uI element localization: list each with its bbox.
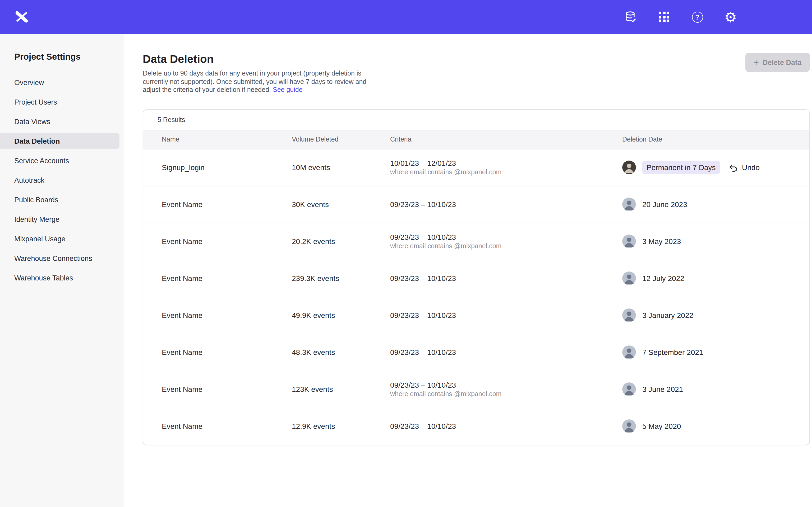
row-deletion-date: 3 June 2021 (622, 382, 809, 396)
row-volume-deleted: 49.9K events (292, 311, 390, 320)
row-name: Event Name (162, 274, 292, 283)
row-name: Event Name (162, 311, 292, 320)
row-deletion-date: 3 May 2023 (622, 234, 809, 248)
row-volume-deleted: 12.9K events (292, 422, 390, 431)
criteria-date-range: 09/23/23 – 10/10/23 (390, 381, 622, 389)
row-criteria: 09/23/23 – 10/10/23 (390, 311, 622, 320)
see-guide-link[interactable]: See guide (273, 86, 303, 94)
table-row: Event Name 239.3K events 09/23/23 – 10/1… (143, 260, 809, 296)
main-header: Data Deletion Delete up to 90 days data … (143, 53, 810, 94)
deletion-date-text: 7 September 2021 (642, 348, 703, 356)
row-deletion-date: 7 September 2021 (622, 345, 809, 359)
row-deletion-date: Permanent in 7 Days Undo (622, 161, 809, 174)
row-name: Event Name (162, 422, 292, 431)
undo-icon (728, 163, 737, 172)
deletion-date-text: 5 May 2020 (642, 422, 681, 431)
row-deletion-date: 3 January 2022 (622, 308, 809, 322)
criteria-filter: where email contains @mixpanel.com (390, 390, 622, 398)
table-row: Signup_login 10M events 10/01/23 – 12/01… (143, 149, 809, 186)
sidebar-item-overview[interactable]: Overview (0, 74, 119, 90)
criteria-filter: where email contains @mixpanel.com (390, 242, 622, 250)
table-row: Event Name 12.9K events 09/23/23 – 10/10… (143, 407, 809, 444)
criteria-date-range: 10/01/23 – 12/01/23 (390, 159, 622, 167)
sidebar-item-data-deletion[interactable]: Data Deletion (0, 133, 119, 149)
deletion-date-text: 3 June 2021 (642, 385, 683, 393)
sidebar-item-label: Data Views (14, 117, 50, 125)
sidebar-item-label: Data Deletion (14, 137, 60, 145)
sidebar-item-autotrack[interactable]: Autotrack (0, 172, 119, 188)
criteria-date-range: 09/23/23 – 10/10/23 (390, 311, 622, 320)
row-volume-deleted: 123K events (292, 385, 390, 393)
apps-grid-glyph (659, 12, 669, 22)
page-description-text: Delete up to 90 days data for any event … (143, 70, 366, 94)
table-row: Event Name 123K events 09/23/23 – 10/10/… (143, 371, 809, 407)
sidebar-item-identity-merge[interactable]: Identity Merge (0, 211, 119, 227)
row-criteria: 10/01/23 – 12/01/23 where email contains… (390, 159, 622, 176)
row-criteria: 09/23/23 – 10/10/23 where email contains… (390, 233, 622, 250)
sidebar-item-public-boards[interactable]: Public Boards (0, 192, 119, 208)
row-name: Event Name (162, 385, 292, 393)
row-volume-deleted: 20.2K events (292, 237, 390, 245)
avatar (622, 382, 636, 396)
mixpanel-logo-icon[interactable] (15, 10, 29, 24)
help-icon[interactable]: ? (691, 10, 704, 24)
deletion-date-text: Permanent in 7 Days (642, 161, 720, 174)
sidebar-item-mixpanel-usage[interactable]: Mixpanel Usage (0, 231, 119, 247)
sidebar-item-service-accounts[interactable]: Service Accounts (0, 153, 119, 168)
table-header-row: NameVolume DeletedCriteriaDeletion Date (143, 130, 809, 149)
sidebar-item-label: Mixpanel Usage (14, 235, 65, 243)
row-name: Event Name (162, 237, 292, 245)
sidebar: Project Settings Overview Project Users … (0, 34, 124, 507)
sidebar-item-label: Public Boards (14, 196, 58, 204)
delete-data-button[interactable]: + Delete Data (745, 53, 810, 72)
row-criteria: 09/23/23 – 10/10/23 (390, 422, 622, 431)
sidebar-item-label: Identity Merge (14, 215, 59, 223)
avatar (622, 345, 636, 359)
avatar (622, 161, 636, 174)
page-description: Delete up to 90 days data for any event … (143, 70, 375, 94)
criteria-filter: where email contains @mixpanel.com (390, 168, 622, 176)
row-volume-deleted: 48.3K events (292, 348, 390, 356)
results-count: 5 Results (143, 110, 809, 130)
avatar (622, 419, 636, 433)
column-header: Name (162, 136, 292, 143)
row-volume-deleted: 10M events (292, 163, 390, 172)
sidebar-item-project-users[interactable]: Project Users (0, 94, 119, 110)
column-header: Criteria (390, 136, 622, 143)
deletion-date-text: 12 July 2022 (642, 274, 684, 283)
row-criteria: 09/23/23 – 10/10/23 (390, 274, 622, 283)
sidebar-item-warehouse-tables[interactable]: Warehouse Tables (0, 270, 119, 286)
avatar (622, 198, 636, 211)
sidebar-item-label: Service Accounts (14, 157, 69, 165)
sidebar-title: Project Settings (0, 52, 124, 62)
topbar: ? ⚙ (0, 0, 812, 34)
row-criteria: 09/23/23 – 10/10/23 (390, 200, 622, 209)
settings-gear-icon[interactable]: ⚙ (724, 10, 738, 24)
row-criteria: 09/23/23 – 10/10/23 (390, 348, 622, 356)
sidebar-item-label: Warehouse Connections (14, 254, 92, 262)
row-volume-deleted: 30K events (292, 200, 390, 209)
data-management-icon[interactable] (624, 10, 638, 24)
row-name: Event Name (162, 348, 292, 356)
row-criteria: 09/23/23 – 10/10/23 where email contains… (390, 381, 622, 398)
avatar (622, 308, 636, 322)
sidebar-item-data-views[interactable]: Data Views (0, 114, 119, 129)
main-content: Data Deletion Delete up to 90 days data … (124, 34, 812, 507)
table-row: Event Name 30K events 09/23/23 – 10/10/2… (143, 186, 809, 223)
delete-data-label: Delete Data (763, 58, 801, 66)
sidebar-item-label: Overview (14, 78, 44, 87)
apps-grid-icon[interactable] (657, 10, 671, 24)
deletion-date-text: 3 May 2023 (642, 237, 681, 245)
undo-button[interactable]: Undo (728, 163, 760, 172)
row-volume-deleted: 239.3K events (292, 274, 390, 283)
table-row: Event Name 20.2K events 09/23/23 – 10/10… (143, 223, 809, 260)
undo-label: Undo (742, 163, 760, 172)
gear-glyph: ⚙ (724, 10, 737, 24)
column-header: Deletion Date (622, 136, 809, 143)
criteria-date-range: 09/23/23 – 10/10/23 (390, 200, 622, 209)
topbar-icons: ? ⚙ (624, 10, 738, 24)
sidebar-item-warehouse-connections[interactable]: Warehouse Connections (0, 250, 119, 266)
avatar (622, 234, 636, 248)
layout: Project Settings Overview Project Users … (0, 34, 812, 507)
deletion-date-text: 3 January 2022 (642, 311, 693, 320)
